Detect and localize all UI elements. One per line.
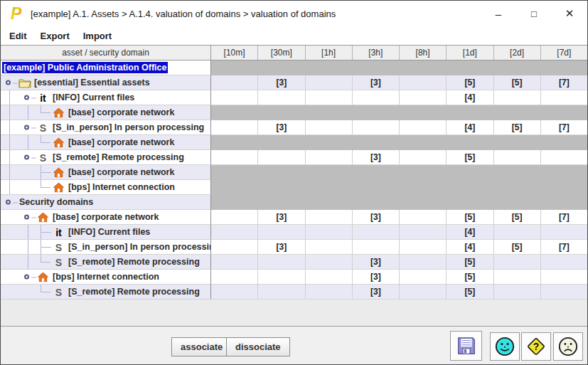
tree-cell[interactable]: Security domains (1, 195, 211, 210)
value-cell[interactable]: [3] (353, 285, 400, 300)
tree-cell[interactable]: [INFO] Current files it (1, 90, 211, 105)
menu-item-edit[interactable]: Edit (9, 31, 27, 41)
value-cell[interactable]: [3] (353, 270, 400, 285)
value-cell[interactable] (211, 210, 258, 225)
value-cell[interactable] (211, 150, 258, 165)
value-cell[interactable]: [3] (258, 240, 305, 255)
associate-button[interactable]: associate (171, 337, 232, 356)
value-cell[interactable]: [7] (541, 75, 587, 90)
column-header-2d[interactable]: [2d] (494, 46, 541, 60)
column-header-1d[interactable]: [1d] (447, 46, 493, 60)
tree-cell[interactable]: [S_in_person] In person processing S (1, 240, 211, 255)
value-cell[interactable] (400, 120, 447, 135)
value-cell[interactable]: [7] (541, 240, 587, 255)
value-cell[interactable] (494, 270, 541, 285)
value-cell[interactable] (211, 285, 258, 300)
value-cell[interactable] (494, 90, 541, 105)
value-cell[interactable] (541, 255, 587, 270)
value-cell[interactable]: [4] (447, 240, 493, 255)
tree-cell[interactable]: [bps] Internet connection (1, 180, 211, 195)
value-cell[interactable] (306, 240, 353, 255)
column-header-asset[interactable]: asset / security domain (1, 46, 211, 60)
value-cell[interactable] (353, 90, 400, 105)
value-cell[interactable]: [5] (447, 255, 493, 270)
column-header-8h[interactable]: [8h] (400, 46, 447, 60)
tree-expand-handle[interactable] (6, 200, 11, 205)
value-cell[interactable] (258, 225, 305, 240)
value-cell[interactable] (494, 285, 541, 300)
value-cell[interactable] (494, 255, 541, 270)
value-cell[interactable] (306, 150, 353, 165)
column-header-10m[interactable]: [10m] (211, 46, 258, 60)
value-cell[interactable] (258, 270, 305, 285)
tree-cell[interactable]: [base] corporate network (1, 105, 211, 120)
value-cell[interactable] (258, 90, 305, 105)
value-cell[interactable] (211, 240, 258, 255)
value-cell[interactable]: [5] (447, 210, 493, 225)
value-cell[interactable]: [4] (447, 225, 493, 240)
value-cell[interactable]: [3] (353, 210, 400, 225)
tree-cell[interactable]: [base] corporate network (1, 210, 211, 225)
value-cell[interactable] (353, 120, 400, 135)
value-cell[interactable]: [3] (353, 255, 400, 270)
column-header-7d[interactable]: [7d] (541, 46, 587, 60)
column-header-1h[interactable]: [1h] (306, 46, 353, 60)
value-cell[interactable] (541, 150, 587, 165)
maximize-button[interactable]: □ (516, 1, 552, 26)
value-cell[interactable] (541, 90, 587, 105)
value-cell[interactable]: [5] (494, 75, 541, 90)
dissociate-button[interactable]: dissociate (226, 337, 290, 356)
tree-cell[interactable]: [bps] Internet connection (1, 270, 211, 285)
value-cell[interactable]: [7] (541, 120, 587, 135)
value-cell[interactable] (306, 225, 353, 240)
value-cell[interactable] (211, 270, 258, 285)
close-button[interactable]: ✕ (552, 1, 587, 26)
menu-item-export[interactable]: Export (41, 31, 70, 41)
value-cell[interactable]: [5] (494, 240, 541, 255)
value-cell[interactable] (258, 150, 305, 165)
value-cell[interactable] (306, 120, 353, 135)
value-cell[interactable] (306, 255, 353, 270)
tree-cell[interactable]: [essential] Essential assets (1, 75, 211, 90)
save-button[interactable] (450, 331, 482, 361)
tree-expand-handle[interactable] (24, 275, 29, 280)
value-cell[interactable] (353, 240, 400, 255)
tree-cell[interactable]: [example] Public Administration Office (1, 60, 211, 75)
value-cell[interactable]: [3] (353, 150, 400, 165)
value-cell[interactable] (541, 285, 587, 300)
tree-cell[interactable]: [S_remote] Remote processing S (1, 150, 211, 165)
value-cell[interactable]: [3] (258, 120, 305, 135)
sad-face-button[interactable] (553, 332, 583, 361)
value-cell[interactable] (211, 120, 258, 135)
tree-cell[interactable]: [base] corporate network (1, 165, 211, 180)
value-cell[interactable]: [3] (353, 75, 400, 90)
value-cell[interactable]: [7] (541, 210, 587, 225)
value-cell[interactable] (541, 270, 587, 285)
value-cell[interactable] (211, 90, 258, 105)
value-cell[interactable] (306, 285, 353, 300)
value-cell[interactable]: [4] (447, 120, 493, 135)
value-cell[interactable] (494, 225, 541, 240)
menu-item-import[interactable]: Import (83, 31, 112, 41)
tree-expand-handle[interactable] (24, 215, 29, 220)
value-cell[interactable] (400, 270, 447, 285)
value-cell[interactable] (400, 90, 447, 105)
tree-cell[interactable]: [S_remote] Remote processing S (1, 285, 211, 300)
tree-expand-handle[interactable] (6, 80, 11, 85)
tree-cell[interactable]: [INFO] Current files it (1, 225, 211, 240)
value-cell[interactable]: [5] (494, 210, 541, 225)
value-cell[interactable] (258, 285, 305, 300)
value-cell[interactable] (211, 75, 258, 90)
value-cell[interactable] (494, 150, 541, 165)
question-button[interactable]: ? (521, 332, 551, 361)
value-cell[interactable]: [5] (494, 120, 541, 135)
value-cell[interactable] (306, 210, 353, 225)
tree-cell[interactable]: [base] corporate network (1, 135, 211, 150)
value-cell[interactable]: [4] (447, 90, 493, 105)
value-cell[interactable] (258, 255, 305, 270)
value-cell[interactable] (353, 225, 400, 240)
value-cell[interactable]: [5] (447, 285, 493, 300)
value-cell[interactable] (400, 75, 447, 90)
value-cell[interactable] (400, 285, 447, 300)
value-cell[interactable]: [5] (447, 270, 493, 285)
